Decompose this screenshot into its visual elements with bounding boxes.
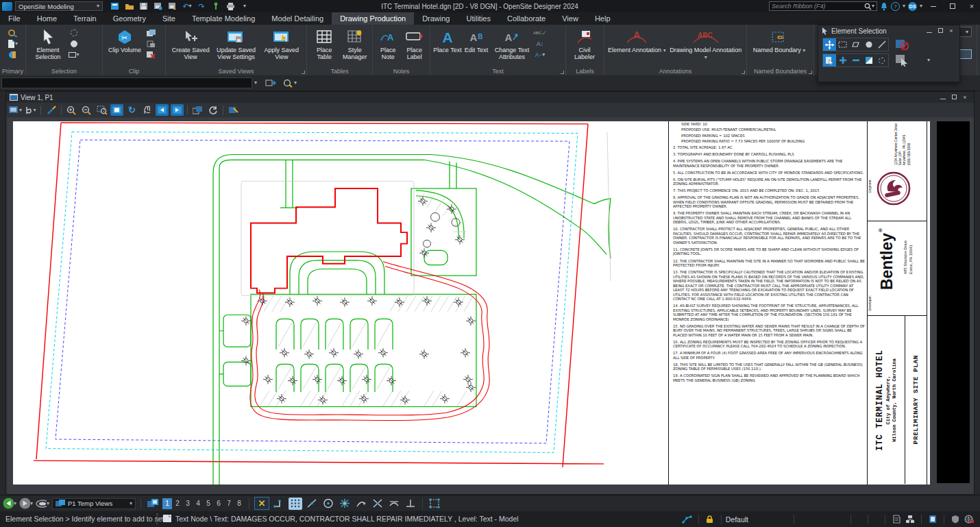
connection-status-icon[interactable] xyxy=(962,513,976,526)
select-rectangle-icon[interactable]: ▾ xyxy=(69,50,79,60)
tool-settings-input[interactable] xyxy=(1,77,252,88)
app-icon[interactable] xyxy=(2,2,12,11)
select-circle-icon[interactable] xyxy=(69,39,79,49)
feature-definition-icon[interactable] xyxy=(263,77,280,88)
select-shape-icon[interactable] xyxy=(849,38,862,51)
named-boundary-button[interactable]: ✏ Named Boundary ▾ xyxy=(750,27,809,53)
place-table-button[interactable]: Place Table xyxy=(310,27,339,60)
select-individual-icon[interactable] xyxy=(823,38,836,51)
clear-overrides-icon[interactable] xyxy=(45,104,58,116)
view-clip-icon[interactable] xyxy=(227,104,240,116)
view-number-button[interactable]: 2 xyxy=(173,498,182,509)
help-menu-icon[interactable]: ▾ xyxy=(903,3,905,9)
snap-nearest-icon[interactable] xyxy=(305,498,319,510)
view-number-button[interactable]: 7 xyxy=(224,498,234,509)
view-group-select[interactable]: P1 Temp Views ▾ xyxy=(52,498,136,509)
rotate-view-icon[interactable]: ↻ xyxy=(125,104,138,116)
ribbon-tab[interactable]: Geometry xyxy=(105,12,154,25)
saved-view-status-icon[interactable] xyxy=(903,513,917,526)
attach-tools-icon[interactable] xyxy=(8,50,19,60)
multi-model-views-icon[interactable]: ▾ xyxy=(36,498,49,510)
building-footprint[interactable] xyxy=(251,188,407,293)
snap-grid-icon[interactable] xyxy=(289,498,302,510)
snap-keypoint-icon[interactable] xyxy=(338,498,352,510)
manage-views-icon[interactable] xyxy=(146,498,160,510)
snap-elbow-icon[interactable] xyxy=(272,498,286,510)
element-annotation-button[interactable]: A Element Annotation ▾ xyxy=(607,27,667,53)
search-options-icon[interactable]: ▾ xyxy=(872,3,874,9)
save-icon[interactable] xyxy=(138,1,149,11)
clip-tools-icon[interactable] xyxy=(145,39,156,49)
notifications-bell-icon[interactable] xyxy=(880,2,888,11)
dialog-close-icon[interactable]: × xyxy=(946,27,957,34)
ribbon-tab[interactable]: Drawing Production xyxy=(332,12,414,25)
sheet-paper[interactable]: SIDE YARD: 10PROPOSED USE: MULTI-TENANT … xyxy=(13,121,930,485)
site-plan-drawing[interactable] xyxy=(13,121,668,485)
view-close-icon[interactable]: × xyxy=(959,94,970,101)
snap-tangent-icon[interactable] xyxy=(387,498,401,510)
snap-perpendicular-icon[interactable] xyxy=(404,498,417,510)
print-icon[interactable] xyxy=(225,1,236,11)
saved-views-dialog-launcher-icon[interactable] xyxy=(302,71,305,74)
active-locks-icon[interactable] xyxy=(703,513,717,526)
back-view-button[interactable]: ▾ xyxy=(3,498,16,510)
text-case-icon[interactable]: A↕ xyxy=(535,39,546,49)
annotations-dialog-launcher-icon[interactable] xyxy=(742,71,745,74)
zoom-out-icon[interactable] xyxy=(80,104,93,116)
ribbon-tab[interactable]: Terrain xyxy=(65,12,105,25)
save-settings-icon[interactable] xyxy=(153,1,164,11)
ribbon-tab[interactable]: Utilities xyxy=(458,12,499,25)
mode-subtract-icon[interactable] xyxy=(849,54,862,66)
ribbon-tab[interactable]: Drawing xyxy=(414,12,458,25)
view-attributes-icon[interactable]: ▾ xyxy=(9,104,22,116)
select-all-icon[interactable] xyxy=(894,53,909,67)
ribbon-tab[interactable]: Home xyxy=(29,12,65,25)
security-shield-icon[interactable] xyxy=(948,513,962,526)
element-selection-dialog[interactable]: Element Selection × xyxy=(818,25,960,82)
update-view-icon[interactable] xyxy=(206,104,219,116)
ribbon-search[interactable]: ▾ xyxy=(769,1,877,11)
update-saved-view-button[interactable]: Update Saved View Settings xyxy=(214,27,258,60)
snap-midpoint-icon[interactable] xyxy=(354,498,368,510)
view-number-button[interactable]: 3 xyxy=(183,498,193,509)
explorer-icon[interactable] xyxy=(8,28,19,38)
tool-settings-dropdown-icon[interactable]: ▾ xyxy=(252,77,259,88)
select-circle-method-icon[interactable] xyxy=(862,38,875,51)
view-number-button[interactable]: 1 xyxy=(162,498,172,509)
view-number-button[interactable]: 5 xyxy=(204,498,213,509)
named-boundaries-dialog-launcher-icon[interactable] xyxy=(809,71,812,74)
element-selection-button[interactable]: Element Selection xyxy=(29,27,67,60)
element-selection-dialog-titlebar[interactable]: Element Selection × xyxy=(818,25,959,36)
create-saved-view-button[interactable]: Create Saved View xyxy=(169,27,212,60)
view-previous-icon[interactable] xyxy=(156,104,169,116)
delete-clip-icon[interactable] xyxy=(145,50,156,60)
workflow-picker[interactable]: OpenSite Modeling ▾ xyxy=(15,1,103,11)
ribbon-tab[interactable]: Collaborate xyxy=(499,12,554,25)
close-button[interactable]: × xyxy=(964,0,980,12)
fit-view-icon[interactable] xyxy=(110,104,123,116)
copy-view-icon[interactable] xyxy=(191,104,204,116)
ribbon-tab[interactable]: File xyxy=(0,12,29,25)
forward-view-button[interactable]: ▾ xyxy=(19,498,33,510)
view-next-icon[interactable] xyxy=(171,104,184,116)
select-line-icon[interactable] xyxy=(875,38,888,51)
selection-set-icon[interactable] xyxy=(890,513,903,526)
mode-add-icon[interactable] xyxy=(836,54,849,66)
drawing-model-annotation-button[interactable]: ABC Drawing Model Annotation ▾ xyxy=(668,27,744,60)
ribbon-tab[interactable]: View xyxy=(554,12,587,25)
dialog-expand-icon[interactable]: ▾ xyxy=(927,58,930,63)
change-text-attributes-button[interactable]: A Change Text Attributes xyxy=(491,27,533,60)
user-avatar[interactable]: DS xyxy=(908,2,917,11)
account-menu-icon[interactable]: ▾ xyxy=(920,3,922,9)
style-manager-button[interactable]: Style Manager xyxy=(341,27,370,60)
ribbon-tab[interactable]: Model Detailing xyxy=(263,12,332,25)
select-none-icon[interactable] xyxy=(894,38,909,51)
references-icon[interactable] xyxy=(926,513,940,526)
help-icon[interactable]: ? xyxy=(891,2,900,11)
open-folder-icon[interactable] xyxy=(124,1,135,11)
spell-check-icon[interactable]: ABC✓ xyxy=(535,28,546,38)
place-text-button[interactable]: A Place Text xyxy=(433,27,462,53)
ribbon-tab[interactable]: Site xyxy=(154,12,184,25)
place-label-button[interactable]: Place Label xyxy=(402,27,428,60)
text-style-icon[interactable]: A~▾ xyxy=(535,50,546,60)
